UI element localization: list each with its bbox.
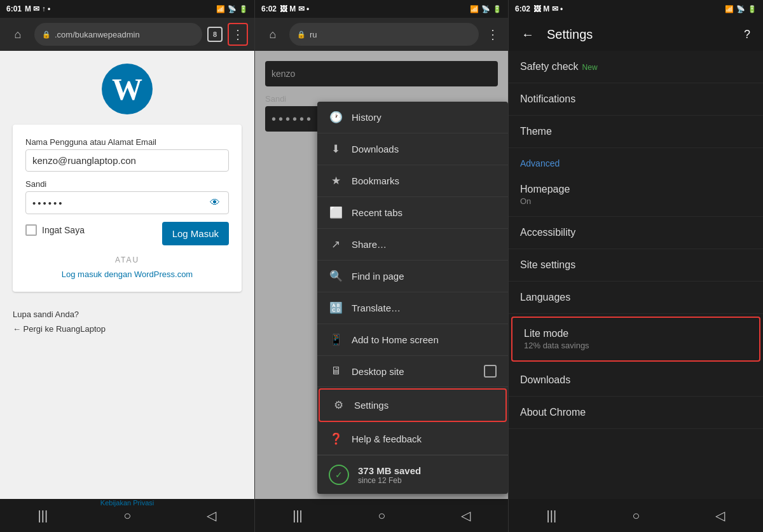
downloads-icon: ⬇ xyxy=(329,142,343,156)
menu-item-settings[interactable]: ⚙ Settings xyxy=(319,388,507,422)
more-menu-button-1[interactable]: ⋮ xyxy=(228,23,248,46)
login-card: Nama Pengguna atau Alamat Email kenzo@ru… xyxy=(13,125,242,292)
recent-apps-button-3[interactable]: ||| xyxy=(542,503,562,528)
menu-item-help[interactable]: ❓ Help & feedback xyxy=(317,423,508,455)
menu-label-history: History xyxy=(352,112,382,123)
wordpress-logo: W xyxy=(102,64,153,114)
toggle-password-icon[interactable]: 👁 xyxy=(210,197,222,208)
about-chrome-title: About Chrome xyxy=(520,407,586,418)
home-button-1[interactable]: ⌂ xyxy=(6,23,29,46)
wifi-icon-3: 📶 xyxy=(725,5,734,13)
settings-item-homepage[interactable]: Homepage On xyxy=(509,174,763,217)
url-field-2[interactable]: 🔒 ru xyxy=(289,23,479,46)
lock-icon-1: 🔒 xyxy=(42,31,51,39)
battery-icon-2: 🔋 xyxy=(493,5,502,13)
find-icon: 🔍 xyxy=(329,269,343,283)
menu-label-downloads: Downloads xyxy=(352,144,399,154)
menu-item-recent-tabs[interactable]: ⬜ Recent tabs xyxy=(317,197,508,229)
tab-count-1[interactable]: 8 xyxy=(207,27,223,42)
menu-item-bookmarks[interactable]: ★ Bookmarks xyxy=(317,165,508,197)
menu-item-share[interactable]: ↗ Share… xyxy=(317,229,508,261)
settings-item-lite-mode[interactable]: Lite mode 12% data savings xyxy=(511,317,760,362)
url-text-1: .com/bukanwepeadmin xyxy=(55,30,195,39)
status-bar-3: 6:02 🖼 M ✉ • 📶 📡 🔋 xyxy=(509,0,763,18)
password-input[interactable]: •••••• 👁 xyxy=(25,191,229,214)
remember-label: Ingat Saya xyxy=(42,225,85,235)
settings-item-accessibility[interactable]: Accessibility xyxy=(509,217,763,249)
menu-item-find[interactable]: 🔍 Find in page xyxy=(317,261,508,292)
lock-icon-2: 🔒 xyxy=(297,31,306,39)
menu-item-downloads[interactable]: ⬇ Downloads xyxy=(317,133,508,165)
signal-icon: 📡 xyxy=(228,5,237,13)
remember-row: Ingat Saya xyxy=(25,224,85,236)
status-time-3: 6:02 🖼 M ✉ • xyxy=(515,4,563,13)
bookmarks-icon: ★ xyxy=(329,174,343,188)
back-nav-button-1[interactable]: ◁ xyxy=(202,503,221,528)
recent-tabs-icon: ⬜ xyxy=(329,206,343,219)
recent-apps-button-2[interactable]: ||| xyxy=(287,503,308,528)
home-button-2[interactable]: ⌂ xyxy=(261,23,284,46)
back-link[interactable]: ← Pergi ke RuangLaptop xyxy=(13,324,242,334)
share-icon: ↗ xyxy=(329,238,343,251)
menu-item-translate[interactable]: 🔠 Translate… xyxy=(317,292,508,324)
wp-login-link[interactable]: Log masuk dengan WordPress.com xyxy=(25,269,229,279)
wifi-icon-2: 📶 xyxy=(470,5,479,13)
settings-item-safety-check[interactable]: Safety checkNew xyxy=(509,51,763,83)
nav-bar-3: ||| ○ ◁ xyxy=(509,499,763,532)
data-saved-icon: ✓ xyxy=(329,465,349,485)
settings-item-site-settings[interactable]: Site settings xyxy=(509,249,763,282)
url-text-2: ru xyxy=(310,30,471,39)
battery-icon: 🔋 xyxy=(239,5,248,13)
menu-item-history[interactable]: 🕐 History xyxy=(317,102,508,133)
forgot-password-link[interactable]: Lupa sandi Anda? xyxy=(13,310,242,319)
safety-check-title: Safety checkNew xyxy=(520,61,598,72)
status-bar-2: 6:02 🖼 M ✉ • 📶 📡 🔋 xyxy=(255,0,508,18)
settings-item-downloads[interactable]: Downloads xyxy=(509,364,763,397)
password-value: •••••• xyxy=(32,198,64,208)
settings-item-notifications[interactable]: Notifications xyxy=(509,83,763,116)
menu-label-translate: Translate… xyxy=(352,303,401,313)
back-nav-button-3[interactable]: ◁ xyxy=(710,503,730,528)
username-input[interactable]: kenzo@ruanglaptop.con xyxy=(25,149,229,172)
notifications-title: Notifications xyxy=(520,93,575,104)
history-icon: 🕐 xyxy=(329,111,343,124)
lite-mode-sub: 12% data savings xyxy=(524,341,748,350)
remember-checkbox[interactable] xyxy=(25,224,37,236)
theme-title: Theme xyxy=(520,126,552,137)
desktop-checkbox[interactable] xyxy=(484,365,497,378)
more-menu-button-2[interactable]: ⋮ xyxy=(484,24,502,44)
settings-title: Settings xyxy=(547,27,731,42)
homepage-title: Homepage xyxy=(520,184,570,194)
home-nav-button-3[interactable]: ○ xyxy=(627,503,645,528)
recent-apps-button-1[interactable]: ||| xyxy=(33,503,53,528)
login-button[interactable]: Log Masuk xyxy=(162,222,229,245)
menu-label-find: Find in page xyxy=(352,271,404,282)
languages-title: Languages xyxy=(520,292,570,303)
panel-wordpress: 6:01 M ✉ ↑ • 📶 📡 🔋 ⌂ 🔒 .com/bukanwepeadm… xyxy=(0,0,254,532)
home-nav-button-2[interactable]: ○ xyxy=(373,503,390,528)
url-field-1[interactable]: 🔒 .com/bukanwepeadmin xyxy=(34,23,202,46)
translate-icon: 🔠 xyxy=(329,301,343,315)
desktop-icon: 🖥 xyxy=(329,365,343,378)
menu-item-desktop[interactable]: 🖥 Desktop site xyxy=(317,356,508,387)
settings-item-languages[interactable]: Languages xyxy=(509,282,763,314)
settings-help-button[interactable]: ? xyxy=(739,23,755,46)
password-label: Sandi xyxy=(25,179,229,189)
nav-bar-2: ||| ○ ◁ xyxy=(255,499,508,532)
or-divider: ATAU xyxy=(25,256,229,264)
settings-item-about-chrome[interactable]: About Chrome xyxy=(509,397,763,429)
settings-item-theme[interactable]: Theme xyxy=(509,116,763,148)
panel-menu: 6:02 🖼 M ✉ • 📶 📡 🔋 ⌂ 🔒 ru ⋮ kenzo Sandi … xyxy=(254,0,509,532)
settings-back-button[interactable]: ← xyxy=(516,22,539,47)
menu-item-home-screen[interactable]: 📱 Add to Home screen xyxy=(317,324,508,356)
panel-settings: 6:02 🖼 M ✉ • 📶 📡 🔋 ← Settings ? Safety c… xyxy=(509,0,763,532)
downloads-title: Downloads xyxy=(520,374,570,385)
address-bar-1: ⌂ 🔒 .com/bukanwepeadmin 8 ⋮ xyxy=(0,18,254,51)
menu-label-bookmarks: Bookmarks xyxy=(352,175,399,186)
back-nav-button-2[interactable]: ◁ xyxy=(456,503,476,528)
notif-icons-3: 🖼 M ✉ • xyxy=(533,4,563,13)
status-time-1: 6:01 M ✉ ↑ • xyxy=(6,4,50,13)
bg-username: kenzo xyxy=(265,61,498,86)
status-time-2: 6:02 🖼 M ✉ • xyxy=(261,4,309,13)
home-nav-button-1[interactable]: ○ xyxy=(118,503,136,528)
